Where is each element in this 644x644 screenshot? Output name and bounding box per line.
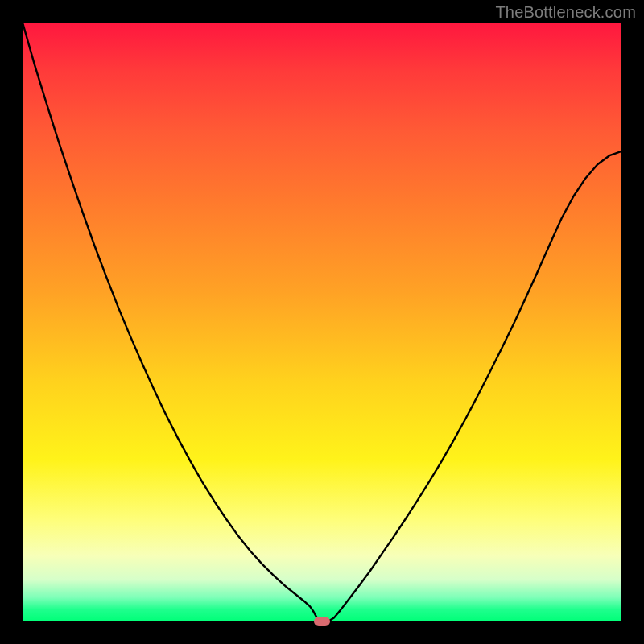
chart-frame: TheBottleneck.com: [0, 0, 644, 644]
plot-area: [23, 23, 621, 621]
watermark-text: TheBottleneck.com: [495, 3, 636, 22]
bottleneck-curve: [23, 23, 621, 621]
curve-svg: [23, 23, 621, 621]
data-marker: [314, 617, 330, 626]
